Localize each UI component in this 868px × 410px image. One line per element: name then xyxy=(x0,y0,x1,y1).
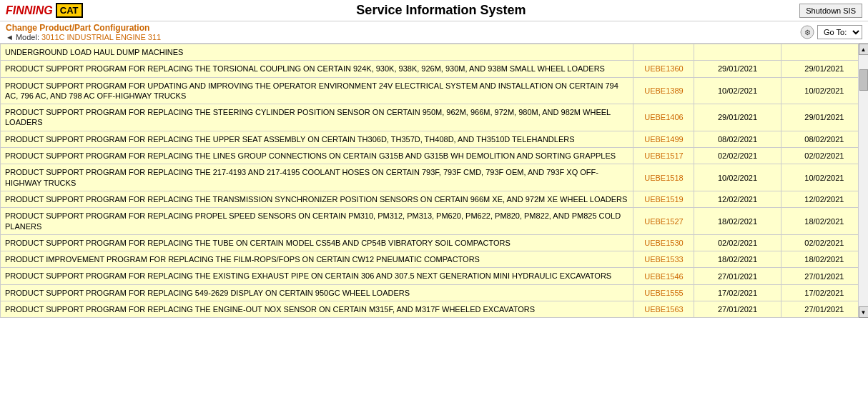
document-cell[interactable]: UEBE1527 xyxy=(633,208,694,235)
table-row: PRODUCT SUPPORT PROGRAM FOR REPLACING TH… xyxy=(1,301,868,318)
description-cell: UNDERGROUND LOAD HAUL DUMP MACHINES xyxy=(1,44,633,61)
table-row: UNDERGROUND LOAD HAUL DUMP MACHINES xyxy=(1,44,868,61)
date-added-cell: 27/01/2021 xyxy=(781,301,867,318)
document-link[interactable]: UEBE1406 xyxy=(644,113,683,121)
table-row: PRODUCT SUPPORT PROGRAM FOR REPLACING TH… xyxy=(1,61,868,77)
document-link[interactable]: UEBE1518 xyxy=(644,174,683,182)
document-link[interactable]: UEBE1527 xyxy=(644,217,683,226)
table-row: PRODUCT SUPPORT PROGRAM FOR REPLACING TH… xyxy=(1,164,868,191)
document-cell[interactable]: UEBE1406 xyxy=(633,104,694,131)
description-cell: PRODUCT SUPPORT PROGRAM FOR REPLACING TH… xyxy=(1,61,633,77)
description-cell: PRODUCT IMPROVEMENT PROGRAM FOR REPLACIN… xyxy=(1,251,633,268)
description-cell: PRODUCT SUPPORT PROGRAM FOR REPLACING TH… xyxy=(1,164,633,191)
app-header: FINNING CAT Service Information System S… xyxy=(0,0,868,21)
document-cell[interactable]: UEBE1389 xyxy=(633,77,694,104)
logo-area: FINNING CAT xyxy=(6,3,83,18)
date-added-cell: 18/02/2021 xyxy=(781,251,867,268)
table-row: PRODUCT SUPPORT PROGRAM FOR REPLACING TH… xyxy=(1,268,868,284)
issue-date-cell: 27/01/2021 xyxy=(694,301,781,318)
document-link[interactable]: UEBE1546 xyxy=(644,272,683,281)
document-link[interactable]: UEBE1517 xyxy=(644,151,683,160)
table-row: PRODUCT IMPROVEMENT PROGRAM FOR REPLACIN… xyxy=(1,251,868,268)
date-added-cell: 02/02/2021 xyxy=(781,234,867,251)
table-row: PRODUCT SUPPORT PROGRAM FOR REPLACING TH… xyxy=(1,104,868,131)
cat-logo: CAT xyxy=(56,3,83,18)
document-cell[interactable]: UEBE1517 xyxy=(633,148,694,164)
issue-date-cell: 29/01/2021 xyxy=(694,104,781,131)
table-row: PRODUCT SUPPORT PROGRAM FOR REPLACING TH… xyxy=(1,234,868,251)
issue-date-cell xyxy=(694,44,781,61)
description-cell: PRODUCT SUPPORT PROGRAM FOR REPLACING TH… xyxy=(1,234,633,251)
issue-date-cell: 02/02/2021 xyxy=(694,148,781,164)
shutdown-button[interactable]: Shutdown SIS xyxy=(799,4,862,18)
documents-table: UNDERGROUND LOAD HAUL DUMP MACHINESPRODU… xyxy=(0,44,868,318)
date-added-cell: 08/02/2021 xyxy=(781,131,867,147)
document-link[interactable]: UEBE1533 xyxy=(644,255,683,264)
finning-logo: FINNING xyxy=(6,4,53,17)
document-cell[interactable]: UEBE1360 xyxy=(633,61,694,77)
model-prefix: ◄ Model: xyxy=(6,33,39,41)
scroll-up-button[interactable]: ▲ xyxy=(859,44,869,55)
document-cell[interactable]: UEBE1519 xyxy=(633,191,694,207)
document-link[interactable]: UEBE1530 xyxy=(644,239,683,247)
date-added-cell: 10/02/2021 xyxy=(781,164,867,191)
document-cell[interactable]: UEBE1546 xyxy=(633,268,694,284)
date-added-cell: 10/02/2021 xyxy=(781,77,867,104)
table-row: PRODUCT SUPPORT PROGRAM FOR REPLACING TH… xyxy=(1,131,868,147)
document-cell[interactable]: UEBE1555 xyxy=(633,284,694,301)
description-cell: PRODUCT SUPPORT PROGRAM FOR REPLACING TH… xyxy=(1,148,633,164)
description-cell: PRODUCT SUPPORT PROGRAM FOR REPLACING TH… xyxy=(1,268,633,284)
date-added-cell: 02/02/2021 xyxy=(781,148,867,164)
issue-date-cell: 29/01/2021 xyxy=(694,61,781,77)
document-link[interactable]: UEBE1555 xyxy=(644,289,683,297)
table-row: PRODUCT SUPPORT PROGRAM FOR REPLACING TH… xyxy=(1,191,868,207)
scroll-down-button[interactable]: ▼ xyxy=(859,306,869,318)
sub-header: Change Product/Part Configuration ◄ Mode… xyxy=(0,21,868,44)
issue-date-cell: 10/02/2021 xyxy=(694,77,781,104)
document-cell[interactable]: UEBE1533 xyxy=(633,251,694,268)
description-cell: PRODUCT SUPPORT PROGRAM FOR REPLACING PR… xyxy=(1,208,633,235)
document-cell xyxy=(633,44,694,61)
goto-area: ⚙ Go To: xyxy=(800,25,862,39)
table-row: PRODUCT SUPPORT PROGRAM FOR UPDATING AND… xyxy=(1,77,868,104)
goto-icon: ⚙ xyxy=(800,25,814,39)
date-added-cell xyxy=(781,44,867,61)
issue-date-cell: 02/02/2021 xyxy=(694,234,781,251)
date-added-cell: 12/02/2021 xyxy=(781,191,867,207)
table-row: PRODUCT SUPPORT PROGRAM FOR REPLACING PR… xyxy=(1,208,868,235)
document-cell[interactable]: UEBE1530 xyxy=(633,234,694,251)
document-cell[interactable]: UEBE1499 xyxy=(633,131,694,147)
date-added-cell: 29/01/2021 xyxy=(781,61,867,77)
main-content: UNDERGROUND LOAD HAUL DUMP MACHINESPRODU… xyxy=(0,44,868,318)
model-link[interactable]: 3011C INDUSTRIAL ENGINE 311 xyxy=(41,33,161,41)
issue-date-cell: 17/02/2021 xyxy=(694,284,781,301)
description-cell: PRODUCT SUPPORT PROGRAM FOR REPLACING TH… xyxy=(1,131,633,147)
goto-select[interactable]: Go To: xyxy=(817,25,862,39)
description-cell: PRODUCT SUPPORT PROGRAM FOR REPLACING TH… xyxy=(1,301,633,318)
sub-header-left: Change Product/Part Configuration ◄ Mode… xyxy=(6,23,161,41)
document-link[interactable]: UEBE1499 xyxy=(644,135,683,144)
document-link[interactable]: UEBE1360 xyxy=(644,64,683,73)
issue-date-cell: 18/02/2021 xyxy=(694,208,781,235)
document-link[interactable]: UEBE1519 xyxy=(644,195,683,204)
table-row: PRODUCT SUPPORT PROGRAM FOR REPLACING TH… xyxy=(1,148,868,164)
document-link[interactable]: UEBE1563 xyxy=(644,305,683,314)
svg-text:⚙: ⚙ xyxy=(804,29,811,36)
date-added-cell: 27/01/2021 xyxy=(781,268,867,284)
model-info: ◄ Model: 3011C INDUSTRIAL ENGINE 311 xyxy=(6,33,161,41)
document-cell[interactable]: UEBE1563 xyxy=(633,301,694,318)
date-added-cell: 18/02/2021 xyxy=(781,208,867,235)
document-link[interactable]: UEBE1389 xyxy=(644,86,683,95)
issue-date-cell: 10/02/2021 xyxy=(694,164,781,191)
description-cell: PRODUCT SUPPORT PROGRAM FOR REPLACING TH… xyxy=(1,191,633,207)
issue-date-cell: 08/02/2021 xyxy=(694,131,781,147)
scrollbar: ▲ ▼ xyxy=(858,44,868,318)
document-cell[interactable]: UEBE1518 xyxy=(633,164,694,191)
date-added-cell: 17/02/2021 xyxy=(781,284,867,301)
scroll-thumb[interactable] xyxy=(859,69,868,91)
issue-date-cell: 12/02/2021 xyxy=(694,191,781,207)
change-product-link[interactable]: Change Product/Part Configuration xyxy=(6,23,149,33)
date-added-cell: 29/01/2021 xyxy=(781,104,867,131)
issue-date-cell: 18/02/2021 xyxy=(694,251,781,268)
description-cell: PRODUCT SUPPORT PROGRAM FOR UPDATING AND… xyxy=(1,77,633,104)
